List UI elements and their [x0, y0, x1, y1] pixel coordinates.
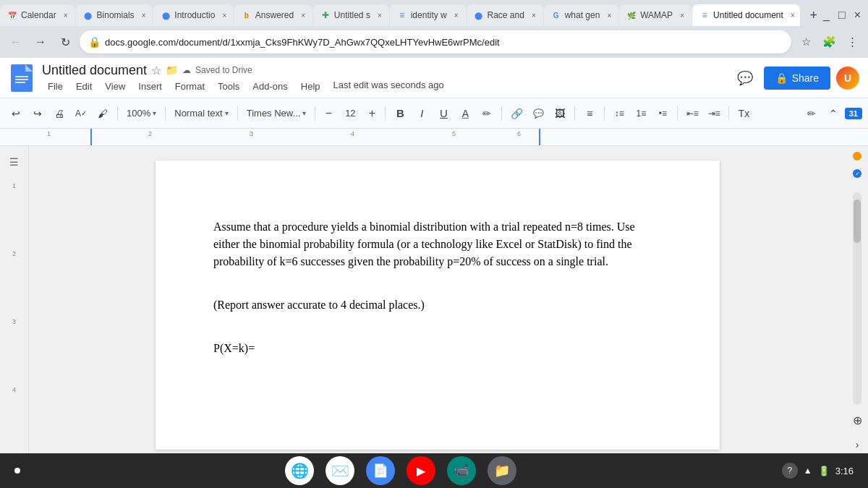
tab-identity[interactable]: ≡ identity w × [390, 4, 466, 26]
user-avatar[interactable]: U [836, 67, 859, 90]
taskbar-chrome[interactable]: 🌐 [285, 456, 314, 485]
back-button[interactable]: ← [6, 32, 26, 52]
font-size-decrease[interactable]: − [320, 105, 337, 122]
tab-answered-close[interactable]: × [298, 10, 308, 20]
scroll-expand-button[interactable]: ⊕ [853, 414, 862, 427]
bold-button[interactable]: B [390, 103, 410, 124]
menu-edit[interactable]: Edit [70, 80, 98, 93]
tab-wamap-close[interactable]: × [677, 10, 687, 20]
tab-intro[interactable]: ⬤ Introductio × [153, 4, 234, 26]
menu-addons[interactable]: Add-ons [247, 80, 293, 93]
url-text: docs.google.com/document/d/1xxmja_Cks9Fh… [105, 37, 500, 48]
paint-format-button[interactable]: 🖌 [93, 103, 113, 124]
spellcheck-button[interactable]: A✓ [71, 103, 91, 124]
tab-calendar[interactable]: 📅 Calendar × [0, 4, 75, 26]
menu-tools[interactable]: Tools [212, 80, 245, 93]
answered-favicon: b [242, 10, 252, 20]
new-tab-button[interactable]: + [804, 5, 823, 25]
italic-button[interactable]: I [412, 103, 432, 124]
tab-what-gen-close[interactable]: × [604, 10, 614, 20]
outline-icon[interactable]: ☰ [4, 152, 25, 172]
tab-binomial-close[interactable]: × [139, 10, 149, 20]
list-bullet-button[interactable]: •≡ [652, 103, 673, 124]
share-button[interactable]: 🔒 Share [764, 67, 830, 90]
scroll-down-button[interactable]: › [856, 439, 859, 450]
taskbar-youtube[interactable]: ▶ [407, 456, 435, 485]
minimize-button[interactable]: _ [823, 9, 830, 22]
menu-insert[interactable]: Insert [132, 80, 168, 93]
text-color-button[interactable]: A [455, 103, 475, 124]
tab-untitled-s-close[interactable]: × [375, 10, 385, 20]
menu-button[interactable]: ⋮ [842, 32, 862, 52]
taskbar-home-dot[interactable] [14, 468, 20, 474]
tab-race-close[interactable]: × [529, 10, 539, 20]
indicator-blue-check[interactable]: ✓ [853, 169, 861, 178]
tab-what-gen-label: what gen [565, 10, 600, 20]
forward-button[interactable]: → [30, 32, 51, 52]
redo-button[interactable]: ↪ [27, 103, 48, 124]
view-mode-button[interactable]: ⌃ [823, 103, 843, 124]
scrollbar-thumb[interactable] [854, 200, 861, 243]
tab-intro-close[interactable]: × [219, 10, 229, 20]
taskbar-gmail[interactable]: ✉️ [326, 456, 354, 485]
menu-view[interactable]: View [99, 80, 131, 93]
indicator-orange[interactable] [853, 152, 861, 160]
tab-wamap[interactable]: 🌿 WAMAP × [619, 4, 692, 26]
help-button[interactable]: ? [782, 463, 798, 479]
doc-scroll-area[interactable]: Assume that a procedure yields a binomia… [29, 146, 846, 453]
star-icon[interactable]: ☆ [151, 64, 161, 77]
font-select[interactable]: Times New... ▾ [242, 103, 311, 124]
comment-button[interactable]: 💬 [528, 103, 548, 124]
tab-untitled-d-close[interactable]: × [788, 10, 798, 20]
menu-format[interactable]: Format [169, 80, 210, 93]
taskbar-meet[interactable]: 📹 [447, 456, 476, 485]
tab-what-gen[interactable]: G what gen × [544, 4, 619, 26]
clear-formatting-button[interactable]: Tx [733, 103, 754, 124]
document-title[interactable]: Untitled document [42, 63, 147, 78]
tab-race[interactable]: ⬤ Race and × [467, 4, 543, 26]
tab-untitled-d[interactable]: ≡ Untitled document × [692, 4, 800, 26]
gdocs-header-actions: 💬 🔒 Share U [732, 65, 859, 91]
tab-answered[interactable]: b Answered × [234, 4, 312, 26]
close-button[interactable]: × [854, 9, 861, 22]
underline-button[interactable]: U [433, 103, 454, 124]
list-numbered-button[interactable]: 1≡ [631, 103, 651, 124]
font-caret: ▾ [302, 109, 306, 117]
svg-rect-3 [15, 79, 28, 80]
taskbar-files[interactable]: 📁 [488, 456, 516, 485]
tab-binomial[interactable]: ⬤ Binomials × [76, 4, 153, 26]
align-button[interactable]: ≡ [579, 103, 600, 124]
edit-mode-button[interactable]: ✏ [801, 103, 822, 124]
print-button[interactable]: 🖨 [49, 103, 69, 124]
reload-button[interactable]: ↻ [55, 32, 75, 52]
maximize-button[interactable]: □ [838, 9, 846, 22]
image-button[interactable]: 🖼 [550, 103, 570, 124]
undo-button[interactable]: ↩ [6, 103, 26, 124]
style-select[interactable]: Normal text ▾ [170, 103, 232, 124]
tab-intro-label: Introductio [174, 10, 215, 20]
tab-untitled-s[interactable]: ✚ Untitled s × [313, 4, 389, 26]
extensions-button[interactable]: 🧩 [819, 32, 839, 52]
paragraph-3[interactable]: P(X=k)= [213, 340, 662, 357]
bookmark-button[interactable]: ☆ [796, 32, 816, 52]
indent-increase-button[interactable]: ⇥≡ [704, 103, 724, 124]
right-indicators: ✓ ⊕ › [846, 146, 868, 453]
link-button[interactable]: 🔗 [506, 103, 527, 124]
font-size-increase[interactable]: + [363, 105, 380, 122]
tab-calendar-close[interactable]: × [61, 10, 71, 20]
comments-button[interactable]: 💬 [732, 65, 758, 91]
indent-decrease-button[interactable]: ⇤≡ [682, 103, 702, 124]
scrollbar[interactable] [853, 192, 861, 405]
line-spacing-button[interactable]: ↕≡ [609, 103, 629, 124]
url-bar[interactable]: 🔒 docs.google.com/document/d/1xxmja_Cks9… [80, 30, 791, 53]
font-size-value[interactable]: 12 [340, 108, 360, 119]
tab-identity-close[interactable]: × [451, 10, 461, 20]
zoom-select[interactable]: 100% ▾ [122, 103, 161, 124]
paragraph-2[interactable]: (Report answer accurate to 4 decimal pla… [213, 296, 662, 314]
folder-icon[interactable]: 📁 [166, 64, 178, 76]
taskbar-docs[interactable]: 📄 [366, 456, 395, 485]
menu-file[interactable]: File [42, 80, 69, 93]
paragraph-1[interactable]: Assume that a procedure yields a binomia… [213, 218, 662, 270]
menu-help[interactable]: Help [295, 80, 326, 93]
highlight-button[interactable]: ✏ [477, 103, 497, 124]
